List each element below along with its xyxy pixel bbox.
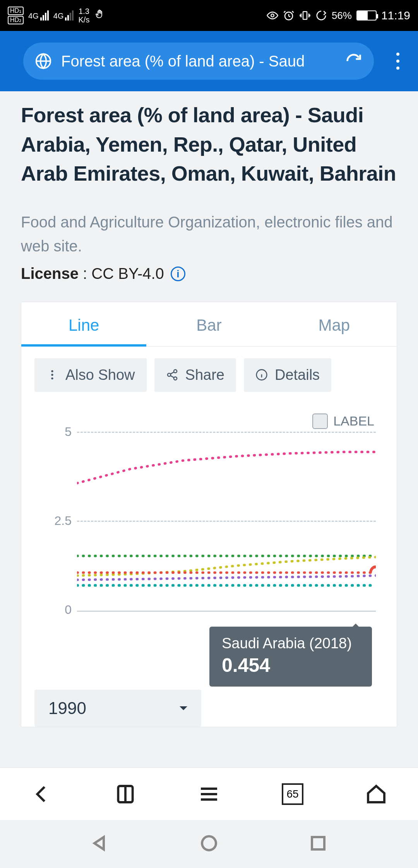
chart-lines: [77, 411, 376, 612]
tab-line[interactable]: Line: [21, 302, 146, 346]
source-text: Food and Agriculture Organization, elect…: [21, 210, 397, 258]
tabs-button[interactable]: 65: [282, 783, 303, 805]
sys-home-button[interactable]: [200, 834, 218, 854]
svg-rect-2: [303, 12, 307, 19]
hd2-badge: HD₂: [8, 16, 24, 24]
svg-point-6: [51, 378, 53, 379]
chart-card: Line Bar Map Also Show Share Details: [21, 302, 397, 727]
tab-map[interactable]: Map: [272, 302, 397, 346]
chart-plot[interactable]: LABEL 5 2.5 0 Saudi Arabia (2018) 0.454: [21, 396, 397, 643]
y-tick-2-5: 2.5: [55, 513, 72, 528]
license-label: License: [21, 265, 79, 282]
status-bar: HD₁ HD₂ 4G 4G 1.3 K/s 56% 11:19: [0, 0, 418, 31]
sys-recent-button[interactable]: [309, 834, 327, 854]
also-show-label: Also Show: [65, 367, 135, 383]
year-start-value: 1990: [48, 699, 86, 718]
globe-icon: [35, 53, 52, 70]
hand-icon: [94, 9, 106, 23]
data-saver-icon: [315, 10, 327, 21]
alarm-icon: [283, 10, 295, 21]
back-button[interactable]: [31, 783, 53, 805]
url-pill[interactable]: Forest area (% of land area) - Saud: [23, 43, 374, 80]
reload-icon[interactable]: [345, 53, 362, 70]
menu-button[interactable]: [198, 783, 220, 805]
sim2-label: 4G: [53, 12, 64, 21]
browser-menu-button[interactable]: [389, 50, 406, 73]
year-end-select[interactable]: 2018: [217, 690, 384, 727]
chart-toolbar: Also Show Share Details: [21, 347, 397, 396]
share-button[interactable]: Share: [154, 358, 236, 392]
net-speed-value: 1.3: [78, 7, 89, 15]
share-icon: [166, 369, 178, 381]
details-button[interactable]: Details: [244, 358, 331, 392]
browser-url-bar: Forest area (% of land area) - Saud: [0, 31, 418, 91]
page-content: Forest area (% of land area) - Saudi Ara…: [0, 91, 418, 727]
y-tick-0: 0: [65, 603, 72, 617]
browser-bottom-nav: 65: [0, 767, 418, 820]
home-button[interactable]: [365, 783, 387, 805]
license-value: CC BY-4.0: [91, 265, 164, 282]
info-icon[interactable]: i: [171, 267, 185, 281]
also-show-button[interactable]: Also Show: [34, 358, 147, 392]
year-end-value: 2018: [231, 699, 269, 718]
sim1-label: 4G: [28, 12, 39, 21]
info-outline-icon: [255, 369, 268, 381]
reader-button[interactable]: [115, 783, 136, 805]
hd1-badge: HD₁: [8, 7, 24, 15]
battery-icon: [356, 10, 377, 21]
svg-point-0: [271, 14, 274, 17]
svg-point-4: [51, 370, 53, 372]
tooltip-value: 0.454: [222, 654, 360, 677]
y-tick-5: 5: [65, 424, 72, 439]
svg-point-12: [202, 836, 216, 850]
chart-tabs: Line Bar Map: [21, 302, 397, 347]
system-nav-bar: [0, 820, 418, 868]
url-text: Forest area (% of land area) - Saud: [61, 53, 336, 70]
signal2-icon: [65, 10, 74, 21]
svg-point-5: [51, 374, 53, 376]
sys-back-button[interactable]: [91, 834, 109, 854]
svg-rect-13: [312, 837, 324, 849]
chart-tooltip: Saudi Arabia (2018) 0.454: [209, 627, 372, 687]
eye-icon: [267, 10, 278, 21]
tab-bar[interactable]: Bar: [146, 302, 271, 346]
tooltip-title: Saudi Arabia (2018): [222, 635, 360, 652]
svg-point-9: [174, 377, 177, 380]
net-speed-unit: K/s: [78, 16, 89, 24]
signal1-icon: [40, 10, 49, 21]
year-start-select[interactable]: 1990: [34, 690, 201, 727]
page-title: Forest area (% of land area) - Saudi Ara…: [21, 101, 397, 188]
chevron-down-icon: [362, 706, 370, 714]
chevron-down-icon: [180, 706, 187, 714]
svg-point-7: [174, 370, 177, 373]
share-label: Share: [185, 367, 224, 383]
vibrate-icon: [299, 10, 311, 21]
details-label: Details: [275, 367, 320, 383]
kebab-icon: [46, 369, 58, 381]
license-row: License : CC BY-4.0 i: [21, 265, 397, 282]
svg-point-8: [168, 373, 171, 376]
clock-time: 11:19: [381, 9, 410, 22]
battery-percent: 56%: [332, 10, 352, 22]
